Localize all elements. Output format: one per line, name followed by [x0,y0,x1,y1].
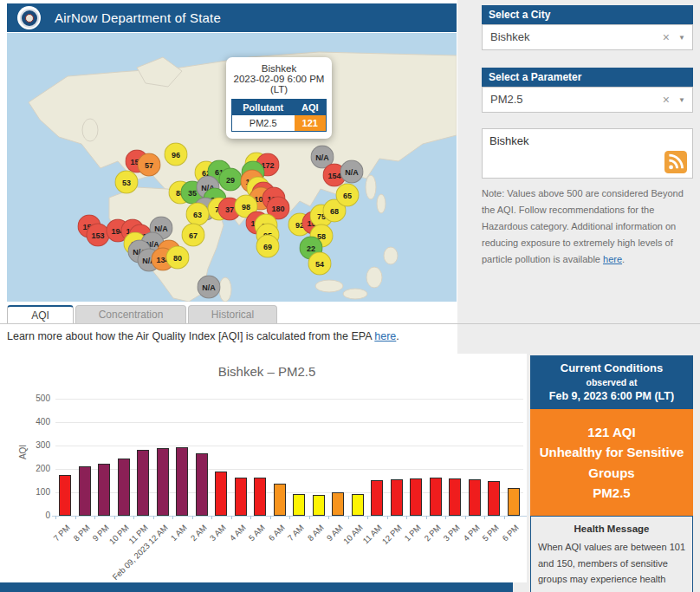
city-select-value: Bishkek [490,30,530,43]
aqi-map-marker[interactable]: 69 [256,235,280,258]
city-clear-icon[interactable]: × [663,25,670,49]
popup-aqi-table: Pollutant AQI PM2.5 121 [231,99,327,132]
tab-historical[interactable]: Historical [188,305,277,323]
chart-x-tick-mark [348,516,349,519]
sidebar-note-link[interactable]: here [603,254,622,264]
footer-bar [0,582,513,592]
aqi-map-marker[interactable]: 80 [166,246,190,270]
aqi-bar-chart: Bishkek – PM2.5 AQI 01002003004005007 PM… [7,354,527,582]
chart-x-tick-mark [250,516,251,519]
sidebar-note-period: . [622,254,625,264]
parameter-chevron-down-icon[interactable]: ▼ [678,88,685,113]
chart-x-tick-mark [367,516,368,519]
current-conditions-subtitle: observed at [534,377,690,387]
aqi-map-marker[interactable]: 57 [138,153,161,177]
chart-x-tick-mark [445,516,446,519]
aqi-map-marker[interactable]: 96 [165,143,188,166]
aqi-map-marker[interactable]: 63 [186,203,210,226]
tab-aqi[interactable]: AQI [7,305,74,323]
chart-x-tick-mark [211,516,212,519]
chart-bar-1-am[interactable] [176,447,188,516]
chart-bar-feb-09-2023-12-am[interactable] [157,448,169,516]
learn-more-link[interactable]: here [374,330,396,342]
aqi-map-marker[interactable]: 53 [115,171,139,194]
aqi-map-marker[interactable]: N/A [340,160,364,184]
chart-gridline [55,422,523,423]
chart-bar-9-pm[interactable] [98,464,110,516]
parameter-select[interactable]: PM2.5 × ▼ [482,87,693,113]
city-select[interactable]: Bishkek × ▼ [482,24,693,50]
chart-bar-10-pm[interactable] [118,459,130,516]
select-parameter-header: Select a Parameter [482,68,693,87]
aqi-map-marker[interactable]: 54 [308,252,332,276]
chart-bar-4-am[interactable] [235,478,247,516]
aqi-map-marker[interactable]: 67 [182,224,205,247]
aqi-map-marker[interactable]: N/A [198,276,221,299]
tab-divider-line [0,323,700,324]
chart-x-tick-mark [484,516,485,519]
current-aqi-box: 121 AQI Unhealthy for Sensitive Groups P… [530,409,693,516]
rss-icon[interactable] [664,151,687,173]
tab-concentration[interactable]: Concentration [75,305,186,323]
chart-x-tick-mark [387,516,388,519]
popup-col-pollutant: Pollutant [232,100,295,116]
health-message-title: Health Message [538,524,685,534]
parameter-clear-icon[interactable]: × [663,88,670,112]
chart-bar-2-am[interactable] [196,453,208,516]
chart-bar-9-am[interactable] [332,492,344,516]
aqi-map-marker[interactable]: 65 [336,184,360,207]
chart-x-tick-mark [94,516,95,519]
popup-pollutant-value: PM2.5 [232,115,295,132]
chart-bar-8-pm[interactable] [79,466,91,516]
chart-bar-4-pm[interactable] [469,479,481,516]
chart-bar-2-pm[interactable] [430,478,442,516]
chart-x-tick-mark [192,516,193,519]
chart-gridline [55,446,523,446]
select-city-header: Select a City [482,5,693,24]
chart-x-tick-mark [270,516,271,519]
chart-bar-8-am[interactable] [313,495,325,516]
current-conditions-title: Current Conditions [534,361,690,374]
current-conditions-header: Current Conditions observed at Feb 9, 20… [530,355,693,409]
chart-x-tick-mark [465,516,466,519]
chart-x-tick-mark [153,516,154,519]
chart-plot: 01002003004005007 PM8 PM9 PM10 PM11 PMFe… [55,399,523,516]
chart-title: Bishkek – PM2.5 [7,364,527,379]
chart-bar-5-pm[interactable] [488,481,500,517]
chart-bar-1-pm[interactable] [410,478,422,516]
learn-more-period: . [396,330,399,342]
page-title: AirNow Department of State [55,10,221,25]
current-conditions-datetime: Feb 9, 2023 6:00 PM (LT) [534,390,690,402]
rss-feed-box: Bishkek [482,128,693,179]
learn-more-line: Learn more about how the Air Quality Ind… [7,330,399,342]
city-chevron-down-icon[interactable]: ▼ [678,26,685,50]
chart-bar-6-pm[interactable] [508,488,520,516]
chart-x-tick-mark [289,516,290,519]
current-aqi-category: Unhealthy for Sensitive Groups [535,442,688,483]
sidebar-note: Note: Values above 500 are considered Be… [482,185,695,268]
map-popup-bishkek[interactable]: Bishkek 2023-02-09 6:00 PM (LT) Pollutan… [226,57,332,139]
chart-bar-7-am[interactable] [293,494,305,516]
chart-bar-10-am[interactable] [352,494,364,516]
chart-bar-3-am[interactable] [215,472,227,516]
chart-x-tick-mark [133,516,134,519]
current-aqi-value: 121 AQI [535,422,688,442]
chart-y-tick-label: 300 [21,440,50,450]
chart-bar-12-pm[interactable] [391,479,403,516]
chart-x-tick-mark [75,516,76,519]
chart-x-tick-mark [328,516,329,519]
chart-bar-11-am[interactable] [371,480,383,516]
health-message-box: Health Message When AQI values are betwe… [530,516,693,592]
chart-bar-7-pm[interactable] [59,475,71,516]
chart-bar-6-am[interactable] [274,484,286,516]
chart-bar-3-pm[interactable] [449,478,461,516]
aqi-map-marker[interactable]: 29 [219,168,243,192]
dept-of-state-seal-icon [17,6,41,29]
chart-y-tick-label: 400 [21,417,50,426]
chart-x-tick-mark [406,516,407,519]
chart-bar-11-pm[interactable] [137,450,149,516]
airnow-page: AirNow Department of State 1575796536261… [0,0,700,592]
current-aqi-pollutant: PM2.5 [535,483,688,503]
chart-bar-5-am[interactable] [254,478,266,516]
aqi-world-map[interactable]: 1575796536261298835N/A39N/A7837631591531… [7,33,457,302]
